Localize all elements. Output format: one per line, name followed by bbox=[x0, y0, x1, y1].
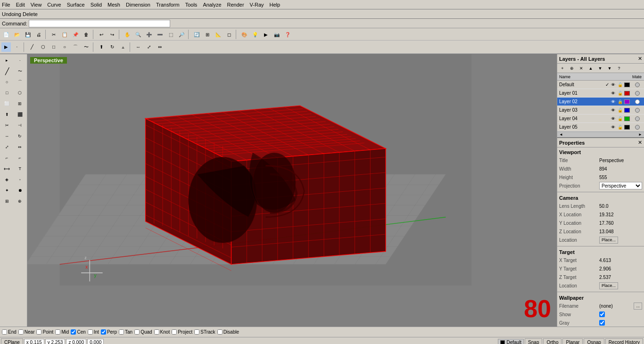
layer-row-02[interactable]: Layer 02 👁 🔒 bbox=[557, 98, 644, 106]
layer-color-03[interactable] bbox=[624, 108, 630, 113]
lt-trim[interactable]: ✂ bbox=[1, 120, 13, 131]
tb-zoom-sel[interactable]: 🔎 bbox=[176, 29, 187, 40]
layer-dup-btn[interactable]: ⊕ bbox=[568, 65, 576, 72]
command-input[interactable] bbox=[29, 20, 170, 27]
tb-snap[interactable]: 📐 bbox=[213, 29, 223, 40]
lt-select-arrow[interactable]: ▸ bbox=[1, 55, 13, 66]
lt-mirror[interactable]: ⇔ bbox=[14, 142, 26, 152]
tb-pan[interactable]: ✋ bbox=[122, 29, 132, 40]
prop-cb-gray[interactable] bbox=[599, 320, 605, 326]
menu-surface[interactable]: Surface bbox=[67, 2, 85, 8]
tb-print[interactable]: 🖨 bbox=[33, 29, 44, 40]
lt-rotate[interactable]: ↻ bbox=[14, 131, 26, 141]
tb-rotate[interactable]: 🔄 bbox=[191, 29, 202, 40]
layer-color-default[interactable] bbox=[624, 82, 630, 87]
layer-lock-01[interactable]: 🔓 bbox=[618, 91, 624, 96]
snap-int-cb[interactable] bbox=[88, 329, 93, 335]
menu-transform[interactable]: Transform bbox=[156, 2, 180, 8]
lt-arc[interactable]: ⌒ bbox=[14, 77, 26, 87]
lt-circle[interactable]: ○ bbox=[1, 77, 13, 87]
tb-material[interactable]: 🎨 bbox=[239, 29, 249, 40]
prop-select-projection[interactable]: Perspective Parallel bbox=[599, 182, 642, 189]
record-history-btn[interactable]: Record History bbox=[605, 338, 643, 344]
snap-knot-cb[interactable] bbox=[154, 329, 159, 335]
layer-row-01[interactable]: Layer 01 👁 🔓 bbox=[557, 89, 644, 98]
tb2-extrude[interactable]: ⬆ bbox=[96, 42, 107, 52]
osnap-toggle-btn[interactable]: Osnap bbox=[584, 338, 604, 344]
lt-move[interactable]: ↔ bbox=[1, 131, 13, 141]
tb2-rect[interactable]: □ bbox=[49, 42, 59, 52]
tb2-poly[interactable]: ⬡ bbox=[38, 42, 48, 52]
prop-close-btn[interactable]: ✕ bbox=[638, 139, 642, 146]
menu-dimension[interactable]: Dimension bbox=[126, 2, 150, 8]
snap-point-cb[interactable] bbox=[36, 329, 41, 335]
prop-tgt-place-btn[interactable]: Place... bbox=[599, 282, 618, 289]
tb2-revolve[interactable]: ↻ bbox=[107, 42, 117, 52]
snap-perp-cb[interactable] bbox=[101, 329, 106, 335]
tb2-select[interactable]: ▶ bbox=[1, 42, 11, 52]
menu-mesh[interactable]: Mesh bbox=[107, 2, 120, 8]
lt-point-on[interactable]: ◈ bbox=[1, 174, 13, 185]
layer-color-01[interactable] bbox=[624, 91, 630, 96]
menu-tools[interactable]: Tools bbox=[185, 2, 198, 8]
lt-surface[interactable]: ⬜ bbox=[1, 98, 13, 109]
tb-paste[interactable]: 📌 bbox=[70, 29, 81, 40]
snap-project-cb[interactable] bbox=[172, 329, 177, 335]
lt-rect[interactable]: □ bbox=[1, 88, 13, 98]
layer-new-btn[interactable]: + bbox=[558, 65, 567, 72]
lt-line[interactable]: ╱ bbox=[1, 66, 13, 76]
menu-view[interactable]: View bbox=[31, 2, 42, 8]
tb2-loft[interactable]: ⟁ bbox=[118, 42, 128, 52]
layer-row-05[interactable]: Layer 05 👁 🔓 bbox=[557, 123, 644, 131]
lt-poly[interactable]: ⬡ bbox=[14, 88, 26, 98]
tb-zoom-out[interactable]: ➖ bbox=[155, 29, 165, 40]
snap-mid-cb[interactable] bbox=[55, 329, 60, 335]
layer-lock-02[interactable]: 🔒 bbox=[618, 99, 624, 104]
layer-vis-default[interactable]: 👁 bbox=[611, 82, 618, 87]
lt-fillet[interactable]: ⌐ bbox=[1, 153, 13, 163]
snap-point[interactable]: Point bbox=[36, 329, 53, 335]
layer-lock-05[interactable]: 🔓 bbox=[618, 125, 624, 130]
menu-solid[interactable]: Solid bbox=[91, 2, 102, 8]
snap-end[interactable]: End bbox=[2, 329, 17, 335]
layer-color-05[interactable] bbox=[624, 125, 630, 130]
lt-select-pt[interactable]: · bbox=[14, 55, 26, 66]
lt-gumball[interactable]: ✦ bbox=[1, 185, 13, 196]
layer-up-btn[interactable]: ▲ bbox=[586, 65, 595, 72]
snap-tan[interactable]: Tan bbox=[119, 329, 132, 335]
menu-render[interactable]: Render bbox=[227, 2, 244, 8]
tb-zoom[interactable]: 🔍 bbox=[133, 29, 143, 40]
lt-curve[interactable]: 〜 bbox=[14, 66, 26, 76]
tb-camera[interactable]: 📷 bbox=[272, 29, 282, 40]
snap-knot[interactable]: Knot bbox=[154, 329, 170, 335]
lt-record[interactable]: ⏺ bbox=[14, 185, 26, 196]
tb-new[interactable]: 📄 bbox=[1, 29, 11, 40]
layer-vis-02[interactable]: 👁 bbox=[611, 99, 618, 104]
snap-strack-cb[interactable] bbox=[194, 329, 199, 335]
tb-delete[interactable]: 🗑 bbox=[81, 29, 91, 40]
layers-scrollbar[interactable]: ◄ ► bbox=[557, 131, 644, 137]
tb-redo[interactable]: ↪ bbox=[107, 29, 117, 40]
layer-del-btn[interactable]: ✕ bbox=[577, 65, 586, 72]
snap-mid[interactable]: Mid bbox=[55, 329, 69, 335]
tb-light[interactable]: 💡 bbox=[250, 29, 260, 40]
tb2-spline[interactable]: 〜 bbox=[81, 42, 91, 52]
layer-lock-default[interactable]: 🔓 bbox=[618, 82, 624, 87]
snap-toggle-btn[interactable]: Snap bbox=[525, 338, 542, 344]
tb2-pt[interactable]: · bbox=[12, 42, 22, 52]
layer-color-02[interactable] bbox=[624, 99, 630, 104]
layers-close-btn[interactable]: ✕ bbox=[638, 56, 642, 62]
menu-help[interactable]: Help bbox=[270, 2, 281, 8]
tb-copy[interactable]: 📋 bbox=[59, 29, 70, 40]
snap-quad-cb[interactable] bbox=[134, 329, 140, 335]
layer-vis-01[interactable]: 👁 bbox=[611, 91, 618, 96]
tb-undo[interactable]: ↩ bbox=[96, 29, 107, 40]
tb-grid[interactable]: ⊞ bbox=[202, 29, 213, 40]
layer-vis-03[interactable]: 👁 bbox=[611, 108, 618, 113]
viewport[interactable]: Perspective bbox=[27, 54, 557, 327]
tb-render[interactable]: ▶ bbox=[261, 29, 271, 40]
snap-tan-cb[interactable] bbox=[119, 329, 124, 335]
lt-scale[interactable]: ⤢ bbox=[1, 142, 13, 152]
tb2-move[interactable]: ↔ bbox=[133, 42, 143, 52]
tb2-circle[interactable]: ○ bbox=[59, 42, 70, 52]
